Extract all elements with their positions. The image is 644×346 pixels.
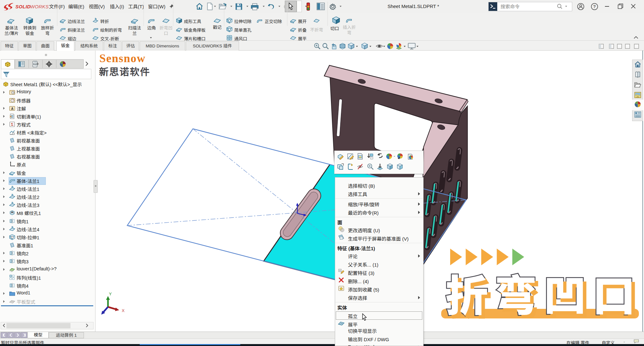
svg-text:A: A	[11, 107, 13, 111]
svg-text:SOLID: SOLID	[15, 4, 30, 9]
svg-text:X: X	[122, 308, 125, 313]
svg-text:?: ?	[593, 4, 596, 9]
svg-text:Y: Y	[109, 292, 112, 296]
svg-text:Σ: Σ	[11, 122, 13, 127]
svg-text:WORKS: WORKS	[30, 4, 49, 9]
